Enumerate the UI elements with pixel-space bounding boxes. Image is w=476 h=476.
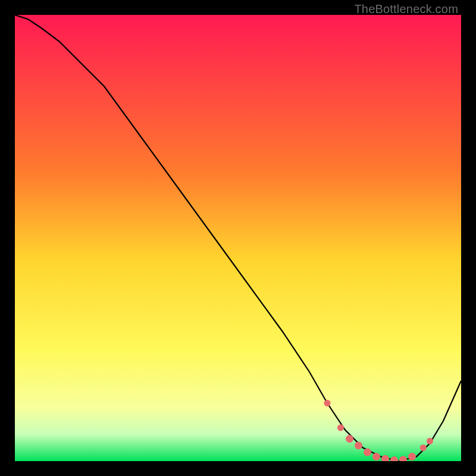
marker-point bbox=[420, 444, 427, 451]
marker-point bbox=[364, 449, 371, 456]
marker-point bbox=[337, 424, 344, 431]
marker-point bbox=[427, 438, 433, 444]
marker-point bbox=[355, 441, 362, 449]
marker-point bbox=[346, 435, 353, 443]
gradient-background bbox=[15, 15, 461, 461]
watermark-text: TheBottleneck.com bbox=[354, 2, 458, 16]
chart-stage: TheBottleneck.com bbox=[0, 0, 476, 476]
plot-area bbox=[15, 15, 461, 461]
marker-point bbox=[372, 453, 380, 461]
marker-point bbox=[408, 453, 416, 461]
marker-point bbox=[324, 400, 331, 406]
chart-svg bbox=[15, 15, 461, 461]
